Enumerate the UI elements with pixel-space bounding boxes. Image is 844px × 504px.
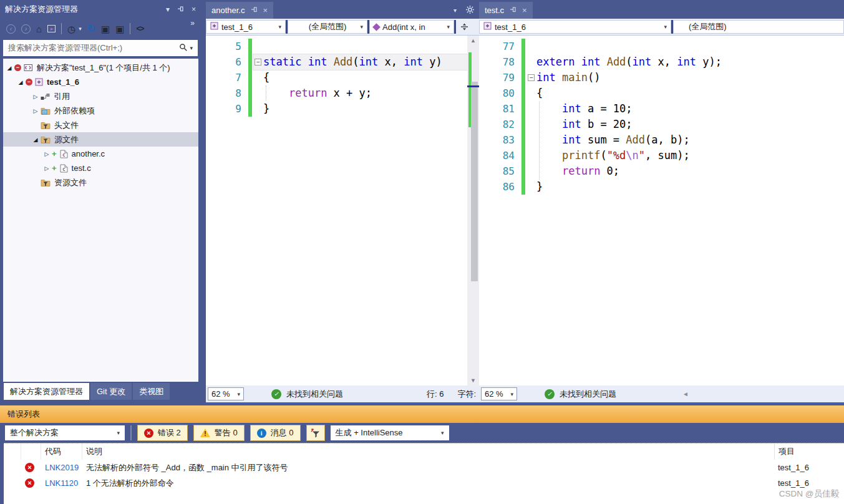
refresh-icon[interactable]: ↻: [87, 24, 95, 34]
collapse-region-icon[interactable]: −: [255, 59, 261, 65]
error-list-titlebar[interactable]: 错误列表: [0, 405, 844, 423]
properties-icon[interactable]: ▣: [115, 24, 124, 34]
expander-closed-icon[interactable]: ▷: [31, 94, 41, 100]
pending-changes-filter-icon[interactable]: ◷: [67, 24, 75, 34]
health-check-icon: ✓: [271, 389, 281, 399]
tab-another-c[interactable]: another.c ×: [206, 2, 273, 19]
error-row[interactable]: ×LNK2019无法解析的外部符号 _Add，函数 _main 中引用了该符号t…: [4, 460, 844, 475]
close-icon[interactable]: ×: [522, 6, 527, 14]
view-code-icon[interactable]: <>: [136, 24, 143, 33]
search-options-icon[interactable]: ▾: [190, 45, 193, 51]
filter-button[interactable]: [306, 425, 325, 441]
pin-icon[interactable]: [510, 6, 517, 15]
code-line[interactable]: 78extern int Add(int x, int y);: [479, 54, 844, 70]
code-line[interactable]: 5: [206, 39, 467, 54]
pin-icon[interactable]: [251, 6, 258, 15]
error-code-link[interactable]: LNK1120: [41, 478, 82, 488]
column-code[interactable]: 代码: [41, 443, 82, 460]
tree-item[interactable]: 头文件: [3, 118, 198, 132]
sync-with-active-document-icon[interactable]: ▸: [47, 25, 56, 32]
code-line[interactable]: 81 int a = 10;: [479, 101, 844, 117]
code-line[interactable]: 9}: [206, 101, 467, 117]
window-position-icon[interactable]: ▾: [166, 6, 170, 13]
code-line[interactable]: 77: [479, 39, 844, 54]
gear-icon[interactable]: [466, 6, 474, 15]
tab-test-c[interactable]: test.c ×: [479, 2, 533, 19]
editor-pane-test: test.c × test_1_6 ▾ (全局范围) 7778extern in…: [479, 0, 844, 404]
code-line[interactable]: 80{: [479, 85, 844, 101]
info-filter-button[interactable]: i消息 0: [250, 425, 301, 441]
code-line[interactable]: 7{: [206, 70, 467, 85]
tree-item-label: 源文件: [54, 134, 79, 145]
project-dropdown[interactable]: test_1_6 ▾: [479, 20, 671, 34]
close-icon[interactable]: ×: [263, 6, 268, 14]
tree-item[interactable]: 资源文件: [3, 175, 198, 190]
expander-open-icon[interactable]: ◢: [16, 79, 26, 85]
scroll-left-icon[interactable]: ◄: [682, 390, 689, 397]
tree-item[interactable]: ▷外部依赖项: [3, 104, 198, 118]
forward-icon[interactable]: ›: [21, 24, 31, 34]
code-line[interactable]: 84 printf("%d\n", sum);: [479, 148, 844, 163]
solution-explorer-titlebar[interactable]: 解决方案资源管理器 ▾ ×: [0, 0, 201, 19]
scope-filter-dropdown[interactable]: 整个解决方案 ▾: [5, 425, 125, 440]
zoom-dropdown[interactable]: 62 % ▾: [481, 387, 517, 400]
toolbar-separator: [61, 23, 62, 34]
tree-item[interactable]: ◢源文件: [3, 132, 198, 147]
toolwindow-tab[interactable]: 解决方案资源管理器: [4, 383, 89, 400]
expander-closed-icon[interactable]: ▷: [42, 151, 52, 157]
warning-filter-button[interactable]: !警告 0: [193, 425, 245, 441]
code-editor-test[interactable]: 7778extern int Add(int x, int y);79−int …: [479, 36, 844, 385]
toolbar-overflow-icon[interactable]: »: [190, 19, 195, 27]
column-project[interactable]: 项目: [774, 443, 844, 460]
code-line[interactable]: 6−static int Add(int x, int y): [206, 54, 467, 70]
error-row[interactable]: ×LNK11201 个无法解析的外部命令test_1_6: [4, 475, 844, 491]
error-filter-button[interactable]: ×错误 2: [137, 425, 188, 441]
error-code-link[interactable]: LNK2019: [41, 463, 82, 472]
line-number: 84: [479, 148, 521, 163]
zoom-dropdown[interactable]: 62 % ▾: [208, 387, 244, 400]
scroll-up-icon[interactable]: ▲: [467, 36, 479, 46]
document-list-icon[interactable]: ▾: [454, 7, 457, 14]
code-line[interactable]: 79−int main(): [479, 70, 844, 85]
pin-icon[interactable]: [177, 6, 184, 14]
tree-item[interactable]: ▷+ctest.c: [3, 161, 198, 175]
horizontal-scrollbar[interactable]: ◄: [682, 390, 842, 397]
filter-dropdown-icon[interactable]: ▾: [79, 26, 82, 32]
search-icon[interactable]: [179, 43, 188, 53]
back-icon[interactable]: ‹: [6, 24, 16, 34]
close-icon[interactable]: ×: [192, 6, 196, 13]
split-editor-button[interactable]: [456, 20, 472, 34]
solution-explorer-toolbar: ‹ › ⌂ ▸ ◷ ▾ ↻ ▣ ▣ <> »: [0, 19, 201, 39]
scope-dropdown[interactable]: (全局范围): [673, 20, 844, 34]
toolwindow-tab[interactable]: 类视图: [133, 383, 170, 400]
code-line[interactable]: 85 return 0;: [479, 163, 844, 179]
collapse-region-icon[interactable]: −: [528, 74, 535, 81]
column-description[interactable]: 说明: [82, 443, 774, 460]
scope-name: (全局范围): [309, 21, 347, 32]
expander-closed-icon[interactable]: ▷: [42, 165, 52, 172]
toolwindow-tab[interactable]: Git 更改: [90, 383, 132, 400]
tree-item[interactable]: ▷引用: [3, 89, 198, 104]
expander-open-icon[interactable]: ◢: [4, 65, 14, 71]
change-bar: [521, 132, 525, 148]
tree-item[interactable]: ◢−解决方案"test_1_6"(1 个项目/共 1 个): [3, 61, 198, 75]
scrollbar-thumb[interactable]: [471, 82, 478, 281]
code-line[interactable]: 83 int sum = Add(a, b);: [479, 132, 844, 148]
member-dropdown[interactable]: Add(int x, in ▾: [369, 20, 454, 34]
scroll-down-icon[interactable]: ▼: [467, 376, 479, 385]
expander-closed-icon[interactable]: ▷: [31, 108, 41, 114]
expander-open-icon[interactable]: ◢: [31, 137, 41, 143]
project-dropdown[interactable]: test_1_6 ▾: [206, 20, 286, 34]
code-line[interactable]: 86}: [479, 179, 844, 195]
code-editor-another[interactable]: 56−static int Add(int x, int y)7{8 retur…: [206, 36, 467, 385]
tree-item[interactable]: ◢−test_1_6: [3, 75, 198, 89]
code-line[interactable]: 82 int b = 20;: [479, 117, 844, 132]
tree-item[interactable]: ▷+canother.c: [3, 147, 198, 161]
code-line[interactable]: 8 return x + y;: [206, 85, 467, 101]
scope-dropdown[interactable]: (全局范围) ▾: [288, 20, 367, 34]
home-icon[interactable]: ⌂: [36, 24, 42, 34]
collapse-all-icon[interactable]: ▣: [101, 24, 110, 34]
vertical-scrollbar[interactable]: ▲ ▼: [467, 36, 479, 385]
build-intellisense-dropdown[interactable]: 生成 + IntelliSense ▾: [331, 425, 449, 440]
search-input[interactable]: 搜索解决方案资源管理器(Ctrl+;) ▾: [3, 40, 198, 56]
